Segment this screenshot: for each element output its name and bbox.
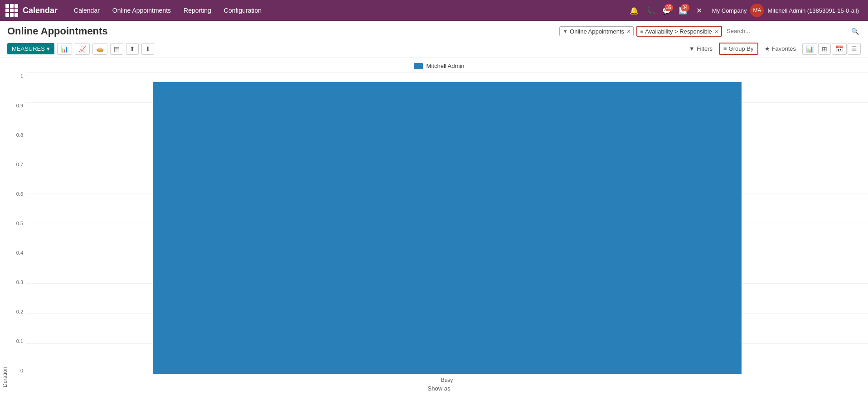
company-label: My Company [712,7,747,14]
y-axis-label: Duration [0,63,10,392]
chart-container: Duration Mitchell Admin 0 0.1 0.2 0.3 0.… [0,58,868,410]
filter-tag-1-close[interactable]: × [627,28,630,35]
measures-label: MEASURES [12,45,45,52]
filter-icon-2: ≡ [640,28,643,34]
nav-online-appointments[interactable]: Online Appointments [107,0,176,21]
view-switcher: 📊 ⊞ 📅 ☰ [802,43,861,55]
x-axis-title: Show as [10,385,868,392]
bar-busy[interactable] [153,82,742,374]
bell-icon[interactable]: 🔔 [627,3,641,18]
filter-bar: ▼ Online Appointments × ≡ Availability >… [559,26,861,37]
toolbar: MEASURES ▾ 📊 📈 🥧 ▤ ⬆ ⬇ ▼ Filters ≡ Group… [0,40,868,58]
bar-chart-icon: 📊 [61,45,68,53]
search-input[interactable] [727,28,849,34]
sub-header: Online Appointments ▼ Online Appointment… [0,21,868,40]
measures-chevron-icon: ▾ [47,45,50,52]
group-by-button[interactable]: ≡ Group By [719,43,758,55]
search-box: 🔍 [725,27,861,36]
grid-line-10 [26,72,868,73]
filter-tag-2-label: Availability > Responsible [645,28,712,35]
filter-funnel-icon: ▼ [689,45,695,52]
close-icon[interactable]: ✕ [692,3,707,18]
sort-asc-icon: ⬆ [130,45,135,53]
chat-icon[interactable]: 💬 35 [659,3,674,18]
sort-asc-button[interactable]: ⬆ [126,43,139,55]
y-tick-1: 1 [10,74,26,79]
y-tick-09: 0.9 [10,103,26,108]
table-view-button[interactable]: ⊞ [818,43,831,55]
list-view-button[interactable]: ☰ [848,43,861,55]
y-tick-02: 0.2 [10,309,26,314]
nav-calendar[interactable]: Calendar [68,0,105,21]
y-tick-04: 0.4 [10,251,26,256]
y-tick-07: 0.7 [10,162,26,167]
app-grid-icon[interactable] [5,4,18,17]
main-content: Online Appointments ▼ Online Appointment… [0,21,868,410]
filter-tag-online-appointments: ▼ Online Appointments × [559,26,634,36]
user-label: Mitchell Admin (13853091-15-0-all) [767,7,859,14]
stack-chart-button[interactable]: ▤ [110,43,123,55]
refresh-badge: 34 [681,4,689,11]
avatar: MA [750,4,764,17]
line-chart-button[interactable]: 📈 [75,43,90,55]
filter-tag-2-close[interactable]: × [715,28,718,35]
top-nav: Calendar Calendar Online Appointments Re… [0,0,868,21]
page-title: Online Appointments [7,25,108,37]
nav-reporting[interactable]: Reporting [178,0,217,21]
x-label-busy: Busy [26,377,868,383]
chart-plot: 0 0.1 0.2 0.3 0.4 0.5 0.6 0.7 0.8 0.9 1 [10,73,868,374]
star-icon: ★ [765,45,770,52]
measures-button[interactable]: MEASURES ▾ [7,43,54,54]
chart-section: Duration Mitchell Admin 0 0.1 0.2 0.3 0.… [0,58,868,410]
sort-desc-button[interactable]: ⬇ [141,43,154,55]
nav-configuration[interactable]: Configuration [218,0,267,21]
y-tick-01: 0.1 [10,339,26,344]
line-chart-icon: 📈 [78,45,86,53]
pie-chart-button[interactable]: 🥧 [92,43,107,55]
favorites-label: Favorites [772,45,796,52]
filter-tag-1-label: Online Appointments [570,28,624,35]
graph-view-button[interactable]: 📊 [802,43,817,55]
brand-label: Calendar [23,6,58,15]
plot-area [26,73,868,374]
chat-badge: 35 [664,4,673,11]
filter-icon-1: ▼ [563,28,568,34]
y-tick-06: 0.6 [10,192,26,197]
favorites-button[interactable]: ★ Favorites [761,43,800,54]
legend-swatch [414,63,423,69]
filters-label: Filters [697,45,713,52]
legend-label: Mitchell Admin [427,63,465,69]
filter-tag-availability: ≡ Availability > Responsible × [636,26,722,37]
bar-chart-button[interactable]: 📊 [57,43,72,55]
y-tick-0: 0 [10,368,26,373]
group-by-icon: ≡ [723,45,727,52]
user-menu[interactable]: My Company MA Mitchell Admin (13853091-1… [708,4,863,17]
chart-inner: Mitchell Admin 0 0.1 0.2 0.3 0.4 0.5 0.6… [10,63,868,392]
search-icon[interactable]: 🔍 [851,28,859,35]
filters-button[interactable]: ▼ Filters [685,43,716,54]
chart-legend: Mitchell Admin [10,63,868,69]
calendar-view-button[interactable]: 📅 [832,43,847,55]
stack-chart-icon: ▤ [114,45,120,53]
phone-icon[interactable]: 📞 [643,3,658,18]
group-by-label: Group By [729,45,754,52]
pie-chart-icon: 🥧 [96,45,104,53]
y-tick-03: 0.3 [10,280,26,285]
refresh-icon[interactable]: 🔄 34 [676,3,690,18]
y-ticks: 0 0.1 0.2 0.3 0.4 0.5 0.6 0.7 0.8 0.9 1 [10,73,26,374]
x-axis-labels: Busy [26,374,868,383]
y-tick-08: 0.8 [10,133,26,138]
sort-desc-icon: ⬇ [145,45,150,53]
y-tick-05: 0.5 [10,221,26,226]
